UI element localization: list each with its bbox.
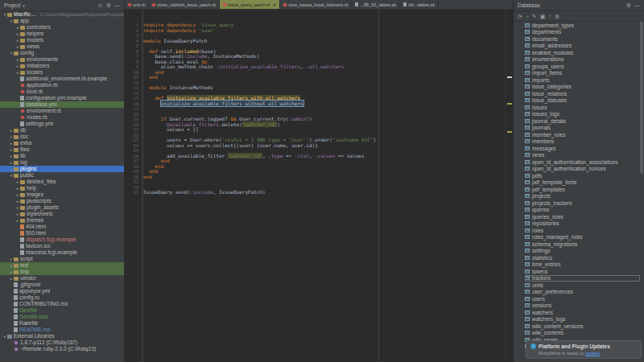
- project-panel-header[interactable]: Project ▾ ⊙⚙—: [0, 0, 124, 11]
- editor-tab[interactable]: close_rubbish_issue_patch.rb: [149, 0, 220, 9]
- db-table-item[interactable]: pdfs: [525, 172, 640, 179]
- console-icon[interactable]: ▣: [540, 13, 546, 20]
- project-tree-item[interactable]: boot.rb: [0, 88, 124, 95]
- project-tree-item[interactable]: ▸extra: [0, 140, 124, 146]
- db-table-item[interactable]: pdf_template_fonts: [525, 179, 640, 187]
- db-table-item[interactable]: roles_managed_roles: [525, 234, 640, 241]
- db-table-item[interactable]: schema_migrations: [525, 241, 640, 248]
- db-table-item[interactable]: enabled_modules: [525, 49, 640, 56]
- project-tree-item[interactable]: ▸lib: [0, 153, 124, 159]
- project-tree-item[interactable]: ▸plugins: [0, 166, 124, 172]
- database-panel-header[interactable]: Database ⚙—: [514, 0, 644, 11]
- db-table-item[interactable]: imports: [525, 76, 640, 84]
- project-tree-item[interactable]: ▸script: [0, 256, 124, 262]
- db-table-item[interactable]: roles: [525, 227, 640, 234]
- project-tree-item[interactable]: 404.html: [0, 224, 124, 230]
- project-tree-item[interactable]: dispatch.fcgi.example: [0, 237, 124, 243]
- db-table-item[interactable]: documents: [525, 35, 640, 43]
- project-tree-item[interactable]: ▸views: [0, 43, 124, 50]
- plus-icon[interactable]: +: [526, 13, 529, 20]
- project-tree-item[interactable]: Rakefile: [0, 320, 124, 327]
- project-tree-item[interactable]: configuration.yml.example: [0, 95, 124, 101]
- project-tree-item[interactable]: ▸External Libraries: [0, 333, 124, 339]
- refresh-icon[interactable]: ⟳: [518, 13, 522, 20]
- gear-icon[interactable]: ⚙: [626, 2, 631, 9]
- db-table-item[interactable]: issues_logs: [525, 111, 640, 118]
- project-tree-item[interactable]: additional_environment.rb.example: [0, 76, 124, 82]
- db-table-item[interactable]: user_preferences: [525, 289, 640, 296]
- project-tree-item[interactable]: settings.yml: [0, 121, 124, 127]
- project-tree-item[interactable]: ▾config: [0, 50, 124, 56]
- db-table-item[interactable]: enumerations: [525, 56, 640, 64]
- project-tree-item[interactable]: ▸themes: [0, 217, 124, 224]
- project-tree-item[interactable]: ▾app: [0, 18, 124, 24]
- db-table-item[interactable]: issues: [525, 104, 640, 111]
- project-tree-item[interactable]: favicon.ico: [0, 243, 124, 249]
- db-table-item[interactable]: queries: [525, 207, 640, 214]
- db-table-item[interactable]: trackers: [525, 275, 640, 282]
- project-tree-item[interactable]: ▸doc: [0, 134, 124, 140]
- db-table-item[interactable]: repositories: [525, 220, 640, 228]
- project-tree-item[interactable]: environment.rb: [0, 108, 124, 114]
- db-table-item[interactable]: journals: [525, 125, 640, 132]
- db-table-item[interactable]: units: [525, 282, 640, 289]
- project-tree-item[interactable]: ▸vendor: [0, 275, 124, 282]
- db-table-item[interactable]: import_items: [525, 70, 640, 77]
- project-tree-item[interactable]: ▸test: [0, 262, 124, 269]
- editor-tab[interactable]: zkl...tables.sk: [400, 0, 439, 9]
- db-table-item[interactable]: users: [525, 295, 640, 302]
- editor-scrollbar[interactable]: [505, 10, 513, 362]
- project-tree-item[interactable]: application.rb: [0, 82, 124, 88]
- project-tree-item[interactable]: ▸environments: [0, 56, 124, 63]
- locate-icon[interactable]: ⊙: [98, 2, 103, 9]
- pencil-icon[interactable]: ✎: [532, 13, 537, 20]
- database-scrollbar-thumb[interactable]: [640, 21, 643, 174]
- db-table-item[interactable]: issue_categories: [525, 84, 640, 91]
- project-tree-item[interactable]: ▸help: [0, 185, 124, 191]
- project-tree-item[interactable]: 1.8.7-p112 (C:\Ruby187): [0, 339, 124, 346]
- project-tree-item[interactable]: ▸controllers: [0, 24, 124, 31]
- project-tree-item[interactable]: appveyor.yml: [0, 288, 124, 294]
- db-table-item[interactable]: wiki_contents: [525, 330, 640, 337]
- db-table-item[interactable]: groups_users: [525, 63, 640, 70]
- project-tree-item[interactable]: 500.html: [0, 230, 124, 237]
- gear-icon[interactable]: ⚙: [106, 2, 111, 9]
- editor-code[interactable]: require_dependency 'issue_query'require_…: [143, 10, 505, 362]
- db-table-item[interactable]: tokens: [525, 268, 640, 275]
- project-tree-item[interactable]: ▸models: [0, 37, 124, 43]
- db-table-item[interactable]: statistics: [525, 254, 640, 261]
- chevron-down-icon[interactable]: ▾: [23, 3, 25, 8]
- project-tree-item[interactable]: ▸tmp: [0, 269, 124, 275]
- project-tree-item[interactable]: ▸files: [0, 146, 124, 153]
- db-table-item[interactable]: member_roles: [525, 131, 640, 138]
- editor-tab[interactable]: issue_query_patch.rb✕: [220, 0, 280, 9]
- db-table-item[interactable]: issue_relations: [525, 90, 640, 97]
- update-link[interactable]: update: [585, 351, 600, 356]
- arrow-up-icon[interactable]: ↑: [548, 13, 551, 20]
- project-tree-item[interactable]: ▾MacRedmineC:\Users\Bogaswap\RubyminePro…: [0, 11, 124, 18]
- db-table-item[interactable]: email_addresses: [525, 43, 640, 50]
- editor-tab[interactable]: unit.rb: [125, 0, 149, 9]
- db-table-item[interactable]: wiki_content_versions: [525, 323, 640, 330]
- gear-icon[interactable]: ⚙: [555, 13, 559, 20]
- project-tree-item[interactable]: CONTRIBUTING.md: [0, 301, 124, 307]
- project-tree-item[interactable]: database.yml: [0, 101, 124, 108]
- project-tree-item[interactable]: ▸helpers: [0, 31, 124, 37]
- line-number[interactable]: 33: [125, 190, 142, 195]
- db-table-item[interactable]: open_id_authentication_nonces: [525, 166, 640, 173]
- db-table-item[interactable]: projects_trackers: [525, 200, 640, 207]
- db-table-item[interactable]: messages: [525, 145, 640, 152]
- db-table-item[interactable]: time_entries: [525, 261, 640, 269]
- db-table-item[interactable]: versions: [525, 302, 640, 310]
- project-tree-item[interactable]: ▸deleted_files: [0, 179, 124, 185]
- project-tree-item[interactable]: .gitignore: [0, 282, 124, 288]
- project-tree-item[interactable]: htaccess.fcgi.example: [0, 249, 124, 256]
- project-tree-item[interactable]: ▸locales: [0, 69, 124, 76]
- db-table-item[interactable]: issue_statuses: [525, 97, 640, 105]
- db-table-item[interactable]: projects: [525, 193, 640, 200]
- code-line[interactable]: IssueQuery.send(:include, IssueQueryPatc…: [143, 190, 505, 195]
- db-table-item[interactable]: settings: [525, 248, 640, 255]
- project-tree-item[interactable]: ▸stylesheets: [0, 211, 124, 217]
- project-tree-item[interactable]: README.md: [0, 327, 124, 333]
- project-tree-item[interactable]: ▸initializers: [0, 63, 124, 69]
